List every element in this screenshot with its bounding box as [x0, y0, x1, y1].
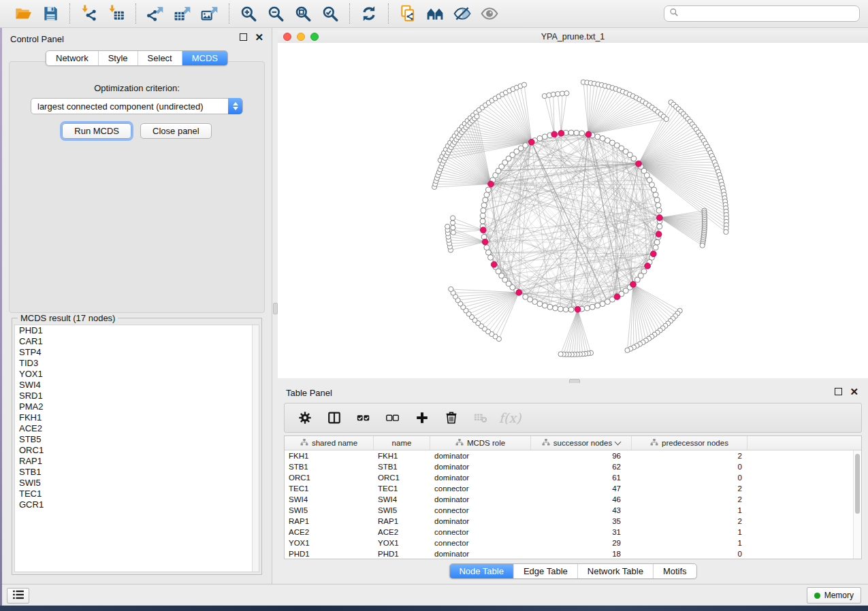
- control-panel-title: Control Panel: [10, 34, 64, 44]
- tab-node-table[interactable]: Node Table: [449, 564, 513, 578]
- function-builder-icon: f(x): [501, 409, 519, 427]
- table-cell: SWI4: [374, 495, 430, 503]
- tab-style[interactable]: Style: [98, 51, 138, 65]
- network-view[interactable]: [278, 43, 868, 378]
- network-window-titlebar[interactable]: YPA_prune.txt_1: [278, 31, 868, 44]
- result-scrollbar[interactable]: [252, 325, 259, 572]
- horizontal-splitter[interactable]: [278, 378, 868, 383]
- search-box[interactable]: [664, 5, 860, 22]
- zoom-out-icon[interactable]: [266, 3, 286, 24]
- zoom-fit-icon[interactable]: [293, 3, 313, 24]
- result-list-item[interactable]: YOX1: [15, 369, 259, 380]
- column-header-predecessor-nodes[interactable]: predecessor nodes: [632, 436, 748, 450]
- open-file-icon[interactable]: [13, 3, 33, 24]
- result-list-item[interactable]: SWI4: [15, 380, 259, 391]
- tab-network[interactable]: Network: [46, 51, 98, 65]
- table-row[interactable]: STB1STB1dominator620: [285, 461, 861, 472]
- zoom-in-icon[interactable]: [238, 3, 259, 24]
- table-row[interactable]: YOX1YOX1connector291: [285, 538, 861, 548]
- splitter-handle[interactable]: [273, 303, 278, 314]
- sort-desc-icon: [615, 439, 622, 446]
- import-table-icon[interactable]: [106, 3, 127, 24]
- import-network-icon[interactable]: [79, 3, 99, 24]
- result-list-item[interactable]: SRD1: [15, 391, 259, 401]
- export-network-icon[interactable]: [145, 3, 165, 24]
- criterion-dropdown[interactable]: largest connected component (undirected): [31, 98, 243, 114]
- table-cell: SWI4: [285, 495, 374, 503]
- run-mcds-button[interactable]: Run MCDS: [62, 123, 131, 139]
- tab-motifs[interactable]: Motifs: [653, 564, 696, 578]
- tab-select[interactable]: Select: [138, 51, 182, 65]
- delete-column-icon[interactable]: [443, 409, 460, 427]
- table-row[interactable]: SWI4SWI4dominator462: [285, 494, 861, 505]
- result-list-item[interactable]: STB5: [15, 434, 259, 445]
- tab-network-table[interactable]: Network Table: [577, 564, 653, 578]
- optimization-criterion-label: Optimization criterion:: [10, 83, 264, 93]
- table-row[interactable]: ORC1ORC1dominator610: [285, 472, 861, 483]
- table-cell: connector: [430, 539, 531, 547]
- column-label: predecessor nodes: [662, 439, 728, 447]
- table-scrollbar[interactable]: [853, 450, 861, 559]
- table-row[interactable]: RAP1RAP1dominator352: [285, 516, 861, 527]
- table-cell: 2: [632, 452, 748, 460]
- result-list-item[interactable]: FKH1: [15, 412, 259, 423]
- table-row[interactable]: ACE2ACE2connector311: [285, 527, 861, 538]
- table-settings-icon[interactable]: [296, 409, 314, 427]
- task-history-button[interactable]: [7, 588, 29, 604]
- result-list-item[interactable]: STP4: [15, 347, 259, 358]
- result-list-item[interactable]: ORC1: [15, 445, 259, 456]
- export-table-icon[interactable]: [172, 3, 193, 24]
- table-cell: 61: [531, 474, 632, 482]
- table-row[interactable]: SWI5SWI5connector431: [285, 505, 861, 516]
- birds-eye-view-icon[interactable]: [479, 3, 500, 24]
- result-list-item[interactable]: TEC1: [15, 489, 259, 499]
- table-cell: 31: [531, 528, 632, 536]
- column-header-MCDS-role[interactable]: MCDS role: [430, 436, 531, 450]
- result-list-item[interactable]: GCR1: [15, 499, 259, 510]
- close-panel-button[interactable]: Close panel: [140, 123, 212, 139]
- column-visibility-icon[interactable]: [325, 409, 343, 427]
- mcds-result-list[interactable]: PHD1CAR1STP4TID3YOX1SWI4SRD1PMA2FKH1ACE2…: [14, 325, 259, 572]
- select-all-rows-icon[interactable]: [355, 409, 372, 427]
- result-list-item[interactable]: RAP1: [15, 456, 259, 467]
- tab-edge-table[interactable]: Edge Table: [513, 564, 577, 578]
- search-input[interactable]: [682, 8, 859, 19]
- table-cell: TEC1: [285, 484, 374, 493]
- vertical-splitter[interactable]: [272, 28, 278, 584]
- result-list-item[interactable]: ACE2: [15, 423, 259, 434]
- hide-graphics-details-icon[interactable]: [452, 3, 472, 24]
- table-cell: 0: [632, 474, 748, 482]
- table-header-row: shared namenameMCDS rolesuccessor nodesp…: [285, 436, 861, 450]
- add-column-icon[interactable]: [413, 409, 431, 427]
- first-neighbors-icon[interactable]: [425, 3, 445, 24]
- table-row[interactable]: PHD1PHD1dominator180: [285, 548, 861, 559]
- table-row[interactable]: FKH1FKH1dominator962: [285, 450, 861, 461]
- toolbar-group: [349, 3, 388, 24]
- close-table-panel-icon[interactable]: ✕: [850, 389, 858, 395]
- export-image-icon[interactable]: [199, 3, 220, 24]
- column-header-name[interactable]: name: [374, 436, 430, 450]
- result-list-item[interactable]: CAR1: [15, 336, 259, 347]
- table-cell: 18: [531, 550, 632, 558]
- float-panel-icon[interactable]: [240, 33, 247, 41]
- column-header-shared-name[interactable]: shared name: [285, 436, 374, 450]
- refresh-network-icon[interactable]: [359, 3, 379, 24]
- table-row[interactable]: TEC1TEC1connector472: [285, 483, 861, 494]
- save-session-icon[interactable]: [40, 3, 61, 24]
- result-list-item[interactable]: SWI5: [15, 478, 259, 489]
- float-table-panel-icon[interactable]: [835, 388, 842, 395]
- close-panel-icon[interactable]: ✕: [255, 34, 263, 41]
- table-cell: RAP1: [285, 517, 374, 525]
- result-list-item[interactable]: TID3: [15, 358, 259, 369]
- scrollbar-thumb[interactable]: [855, 454, 860, 514]
- memory-button[interactable]: Memory: [807, 587, 861, 604]
- result-list-item[interactable]: PMA2: [15, 401, 259, 412]
- result-list-item[interactable]: PHD1: [15, 325, 259, 336]
- column-header-successor-nodes[interactable]: successor nodes: [531, 436, 632, 450]
- tab-mcds[interactable]: MCDS: [182, 51, 227, 65]
- deselect-all-rows-icon[interactable]: [384, 409, 402, 427]
- zoom-selected-icon[interactable]: [320, 3, 340, 24]
- result-list-item[interactable]: STB1: [15, 467, 259, 478]
- table-tabs: Node TableEdge TableNetwork TableMotifs: [449, 563, 696, 579]
- new-network-from-selection-icon[interactable]: [398, 3, 418, 24]
